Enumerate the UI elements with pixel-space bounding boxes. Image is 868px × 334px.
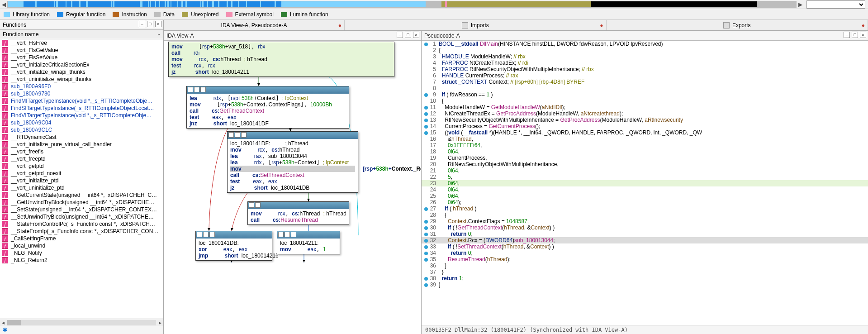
close-icon[interactable]: ● [600,22,603,29]
function-row[interactable]: f_local_unwind [0,242,163,249]
pseudo-line[interactable]: 19 CurrentProcess, [422,155,868,161]
function-row[interactable]: fFindSITargetTypeInstance(_s_RTTIComplet… [0,105,163,112]
pseudo-line[interactable]: 23 0i64, [422,180,868,186]
function-row[interactable]: f__vcrt_FlsGetValue [0,47,163,54]
functions-close-icon[interactable]: × [155,21,161,27]
graph-node[interactable]: mov [rsp+538h+var_518], rbx call rdi mov… [168,42,394,77]
breakpoint-dot-icon[interactable] [424,207,428,211]
pseudo-line[interactable]: 5 FARPROC RtlNewSecurityObjectWithMultip… [422,66,868,72]
pseudo-line[interactable]: 3 HMODULE ModuleHandleW; // rbx [422,53,868,60]
breakpoint-dot-icon[interactable] [424,106,428,110]
pseudo-line[interactable]: 39} [422,282,868,288]
function-row[interactable]: f_NLG_Notify [0,249,163,257]
function-row[interactable]: fsub_1800A96F0 [0,83,163,90]
graph-node[interactable]: mov rcx, cs:hThread ; hThread call cs:Re… [247,201,349,225]
sync-icon[interactable]: ✱ [0,326,163,334]
pseudo-line[interactable]: 33 if ( !SetThreadContext(hThread, &Cont… [422,243,868,250]
breakpoint-dot-icon[interactable] [424,283,428,287]
function-row[interactable]: f__vcrt_initialize_ptd [0,177,163,184]
breakpoint-dot-icon[interactable] [424,233,428,236]
idaview-close-icon[interactable]: × [413,32,419,38]
pseudo-line[interactable]: 27 if ( hThread ) [422,205,868,212]
idaview-min-icon[interactable]: – [397,32,403,38]
graph-view[interactable]: mov [rsp+538h+var_518], rbx call rdi mov… [164,41,421,334]
pseudo-line[interactable]: 4 FARPROC NtCreateThreadEx; // rdi [422,60,868,66]
overview-left-arrow[interactable]: ◀ [0,1,7,8]
pseudo-close-icon[interactable]: × [860,32,866,38]
pseudo-restore-icon[interactable]: □ [852,32,858,38]
breakpoint-dot-icon[interactable] [424,131,428,135]
function-row[interactable]: f__RTDynamicCast [0,134,163,141]
functions-column-header[interactable]: Function name ⌄ [0,30,163,39]
breakpoint-dot-icon[interactable] [424,239,428,243]
pseudo-line[interactable]: 12 NtCreateThreadEx = GetProcAddress(Mod… [422,110,868,117]
pseudo-line[interactable]: 31 return 0; [422,231,868,237]
pseudo-line[interactable]: 38 return 1; [422,275,868,282]
overview-bar[interactable] [7,1,797,8]
functions-min-icon[interactable]: – [139,21,145,27]
breakpoint-dot-icon[interactable] [424,252,428,255]
graph-node[interactable]: loc_1800141DF: ; hThread mov rcx, cs:hTh… [227,131,358,193]
pseudo-line[interactable]: 16 &hThread, [422,136,868,142]
pseudo-line[interactable]: 18 0i64, [422,148,868,155]
functions-list[interactable]: f__vcrt_FlsFreef__vcrt_FlsGetValuef__vcr… [0,39,163,319]
pseudo-line[interactable]: 26 0i64); [422,199,868,205]
pseudo-line[interactable]: 1BOOL __stdcall DllMain(HINSTANCE hinstD… [422,41,868,47]
pseudo-line[interactable]: 36 } [422,262,868,269]
function-row[interactable]: f__vcrt_FlsFree [0,39,163,47]
function-row[interactable]: f__vcrt_InitializeCriticalSectionEx [0,61,163,68]
breakpoint-dot-icon[interactable] [424,277,428,281]
pseudo-line[interactable]: 34 return 0; [422,250,868,256]
pseudo-line[interactable]: 24 0i64, [422,186,868,193]
pseudo-line[interactable]: 7 struct _CONTEXT Context; // [rsp+60h] … [422,79,868,85]
pseudo-line[interactable]: 8 [422,85,868,91]
breakpoint-dot-icon[interactable] [424,220,428,224]
pseudo-line[interactable]: 6 HANDLE CurrentProcess; // rax [422,72,868,79]
function-row[interactable]: fsub_1800A9C04 [0,119,163,126]
pseudo-line[interactable]: 10 { [422,98,868,104]
function-row[interactable]: f__vcrt_initialize_pure_virtual_call_han… [0,141,163,148]
pseudo-line[interactable]: 32 Context.Rcx = (DWORD64)sub_180013044; [422,237,868,243]
idaview-restore-icon[interactable]: □ [405,32,411,38]
function-row[interactable]: f_CallSettingFrame [0,235,163,242]
close-icon[interactable]: ● [862,22,865,29]
breakpoint-dot-icon[interactable] [424,119,428,122]
graph-node[interactable]: loc_180014211: mov eax, 1 [277,231,340,254]
tab-exports[interactable]: Exports ● [607,20,868,30]
breakpoint-dot-icon[interactable] [424,112,428,116]
breakpoint-dot-icon[interactable] [424,245,428,249]
function-row[interactable]: f__SetState(unsigned __int64 *,_xDISPATC… [0,206,163,213]
breakpoint-dot-icon[interactable] [424,258,428,262]
function-row[interactable]: f_NLG_Return2 [0,257,163,264]
function-row[interactable]: f__vcrt_freefls [0,148,163,155]
function-row[interactable]: f__vcrt_uninitialize_ptd [0,184,163,191]
pseudo-line[interactable]: 14 CurrentProcess = GetCurrentProcess(); [422,123,868,129]
functions-hscroll[interactable]: ◂▸ [0,319,163,326]
pseudo-line[interactable]: 29 Context.ContextFlags = 1048587; [422,218,868,224]
overview-combo[interactable] [806,0,865,9]
function-row[interactable]: fFindMITargetTypeInstance(void *,_s_RTTI… [0,97,163,105]
pseudo-line[interactable]: 22 5, [422,174,868,180]
function-row[interactable]: f__vcrt_getptd_noexit [0,170,163,177]
function-row[interactable]: f__vcrt_getptd [0,162,163,170]
pseudo-line[interactable]: 25 0i64, [422,193,868,199]
function-row[interactable]: f__vcrt_initialize_winapi_thunks [0,68,163,76]
graph-node[interactable]: loc_1800141DB: xor eax, eax jmp short lo… [195,231,272,261]
function-row[interactable]: f__GetCurrentState(unsigned __int64 *,_x… [0,191,163,199]
function-row[interactable]: f__StateFromIp(_s_FuncInfo const *,_xDIS… [0,228,163,235]
pseudo-line[interactable]: 20 RtlNewSecurityObjectWithMultipleInher… [422,161,868,167]
function-row[interactable]: f__SetUnwindTryBlock(unsigned __int64 *,… [0,213,163,220]
graph-node[interactable]: lea rdx, [rsp+538h+Context] ; lpContext … [186,86,349,129]
function-row[interactable]: f__StateFromControlPc(_s_FuncInfo const … [0,220,163,228]
pseudo-line[interactable]: 17 0x1FFFFFi64, [422,142,868,148]
pseudocode-view[interactable]: 1BOOL __stdcall DllMain(HINSTANCE hinstD… [422,41,868,325]
pseudo-line[interactable]: 2{ [422,47,868,53]
breakpoint-dot-icon[interactable] [424,226,428,230]
pseudo-line[interactable]: 9 if ( fdwReason == 1 ) [422,91,868,98]
function-row[interactable]: fsub_1800A9730 [0,90,163,97]
function-row[interactable]: f__vcrt_freeptd [0,155,163,162]
function-row[interactable]: fFindVITargetTypeInstance(void *,_s_RTTI… [0,112,163,119]
overview-right-arrow[interactable]: ▶ [797,1,804,8]
tab-imports[interactable]: Imports ● [345,20,607,30]
function-row[interactable]: f__vcrt_uninitialize_winapi_thunks [0,76,163,83]
